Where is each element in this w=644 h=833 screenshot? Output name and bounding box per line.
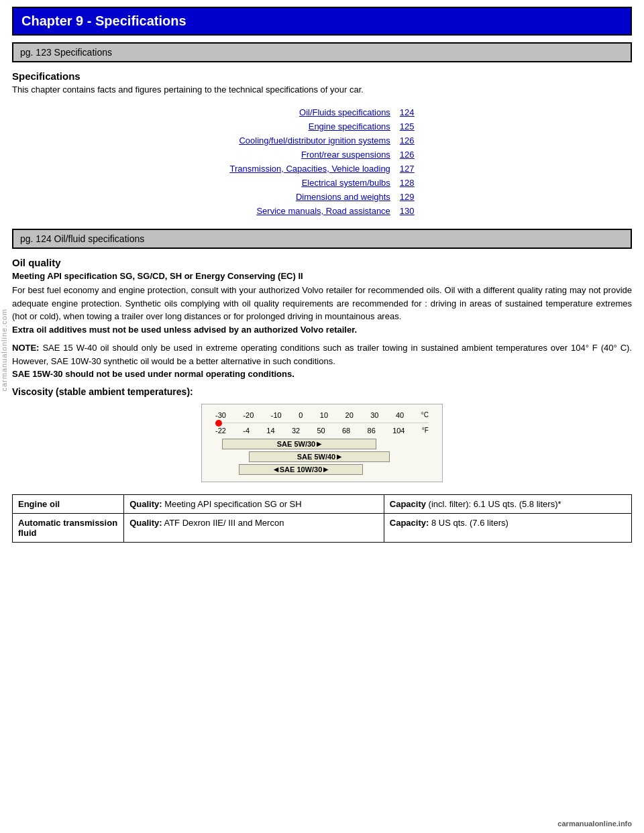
toc-page-0[interactable]: 124 bbox=[394, 105, 419, 119]
sae-10w30-label: SAE 10W/30 bbox=[280, 465, 323, 474]
footer: carmanualonline.info bbox=[557, 820, 632, 828]
temp-c-40: 40 bbox=[396, 411, 404, 419]
sae-10w30-arrow-right: ▶ bbox=[323, 466, 328, 473]
temp-f-14: 14 bbox=[266, 427, 274, 435]
toc-link-4[interactable]: Transmission, Capacities, Vehicle loadin… bbox=[225, 162, 394, 176]
temp-f-68: 68 bbox=[342, 427, 350, 435]
toc-page-1[interactable]: 125 bbox=[394, 119, 419, 133]
temp-f-32: 32 bbox=[292, 427, 300, 435]
temp-f-86: 86 bbox=[368, 427, 376, 435]
oil-quality-heading: Oil quality bbox=[12, 257, 632, 268]
toc-page-6[interactable]: 129 bbox=[394, 190, 419, 204]
toc-link-2[interactable]: Cooling/fuel/distributor ignition system… bbox=[225, 133, 394, 148]
temperature-chart-container: -30 -20 -10 0 10 20 30 40 °C -22 -4 14 3… bbox=[12, 404, 632, 482]
fluid-capacity-0: Capacity (incl. filter): 6.1 US qts. (5.… bbox=[384, 494, 631, 513]
temp-f-unit: °F bbox=[422, 427, 429, 435]
watermark: carmanualonline.com bbox=[0, 309, 9, 392]
temp-c-minus10: -10 bbox=[271, 411, 282, 419]
toc-link-7[interactable]: Service manuals, Road assistance bbox=[225, 204, 394, 218]
toc-page-5[interactable]: 128 bbox=[394, 176, 419, 190]
table-row: Automatic transmission fluidQuality: ATF… bbox=[13, 513, 632, 542]
sae-warning: SAE 15W-30 should not be used under norm… bbox=[12, 369, 294, 379]
table-row: Engine oilQuality: Meeting API specifica… bbox=[13, 494, 632, 513]
toc-row: Cooling/fuel/distributor ignition system… bbox=[225, 133, 418, 148]
temp-f-minus4: -4 bbox=[243, 427, 250, 435]
specifications-heading: Specifications bbox=[12, 70, 632, 82]
sae-10w30-arrow-left: ◀ bbox=[274, 466, 278, 473]
fluid-quality-1: Quality: ATF Dexron IIE/ III and Mercon bbox=[124, 513, 384, 542]
temp-c-20: 20 bbox=[345, 411, 354, 419]
oil-quality-body1: For best fuel economy and engine protect… bbox=[12, 284, 632, 336]
sae-5w40-arrow: ▶ bbox=[337, 453, 341, 460]
toc-page-3[interactable]: 126 bbox=[394, 148, 419, 162]
temp-f-104: 104 bbox=[392, 427, 405, 435]
toc-link-0[interactable]: Oil/Fluids specifications bbox=[225, 105, 394, 119]
toc-row: Dimensions and weights129 bbox=[225, 190, 418, 204]
toc-link-1[interactable]: Engine specifications bbox=[225, 119, 394, 133]
page-section-header-123: pg. 123 Specifications bbox=[12, 42, 632, 62]
toc-page-7[interactable]: 130 bbox=[394, 204, 419, 218]
sae-5w40-label: SAE 5W/40 bbox=[297, 453, 335, 461]
sae-5w30-label: SAE 5W/30 bbox=[277, 440, 315, 448]
toc-row: Oil/Fluids specifications124 bbox=[225, 105, 418, 119]
fluids-table: Engine oilQuality: Meeting API specifica… bbox=[12, 494, 632, 543]
temp-c-0: 0 bbox=[299, 411, 303, 419]
table-of-contents: Oil/Fluids specifications124Engine speci… bbox=[225, 105, 418, 218]
temp-c-unit: °C bbox=[421, 411, 429, 419]
sae-5w30-arrow: ▶ bbox=[317, 441, 321, 447]
temp-c-30: 30 bbox=[370, 411, 378, 419]
specifications-intro: This chapter contains facts and figures … bbox=[12, 85, 632, 95]
temp-c-minus20: -20 bbox=[243, 411, 254, 419]
note-body: SAE 15 W-40 oil should only be used in e… bbox=[12, 343, 632, 366]
toc-row: Electrical system/bulbs128 bbox=[225, 176, 418, 190]
toc-link-3[interactable]: Front/rear suspensions bbox=[225, 148, 394, 162]
toc-row: Service manuals, Road assistance130 bbox=[225, 204, 418, 218]
temp-c-10: 10 bbox=[320, 411, 328, 419]
temp-c-minus30: -30 bbox=[215, 411, 226, 419]
fluid-name-0: Engine oil bbox=[13, 494, 124, 513]
viscosity-heading: Viscosity (stable ambient temperatures): bbox=[12, 386, 632, 397]
oil-note: NOTE: SAE 15 W-40 oil should only be use… bbox=[12, 341, 632, 381]
chapter-title: Chapter 9 - Specifications bbox=[12, 7, 632, 36]
fluid-name-1: Automatic transmission fluid bbox=[13, 513, 124, 542]
note-label: NOTE: bbox=[12, 343, 39, 353]
page-section-header-124: pg. 124 Oil/fluid specifications bbox=[12, 229, 632, 249]
toc-link-6[interactable]: Dimensions and weights bbox=[225, 190, 394, 204]
red-dot-indicator bbox=[215, 420, 222, 427]
footer-logo: carmanualonline.info bbox=[557, 820, 632, 828]
toc-row: Transmission, Capacities, Vehicle loadin… bbox=[225, 162, 418, 176]
oil-quality-subheading: Meeting API specification SG, SG/CD, SH … bbox=[12, 271, 632, 281]
temp-f-50: 50 bbox=[317, 427, 325, 435]
toc-row: Front/rear suspensions126 bbox=[225, 148, 418, 162]
temp-f-minus22: -22 bbox=[215, 427, 226, 435]
fluid-capacity-1: Capacity: 8 US qts. (7.6 liters) bbox=[384, 513, 631, 542]
toc-page-4[interactable]: 127 bbox=[394, 162, 419, 176]
temperature-chart: -30 -20 -10 0 10 20 30 40 °C -22 -4 14 3… bbox=[201, 404, 443, 482]
oil-additives-warning: Extra oil additives must not be used unl… bbox=[12, 325, 357, 335]
fluid-quality-0: Quality: Meeting API specification SG or… bbox=[124, 494, 384, 513]
toc-row: Engine specifications125 bbox=[225, 119, 418, 133]
toc-page-2[interactable]: 126 bbox=[394, 133, 419, 148]
toc-link-5[interactable]: Electrical system/bulbs bbox=[225, 176, 394, 190]
